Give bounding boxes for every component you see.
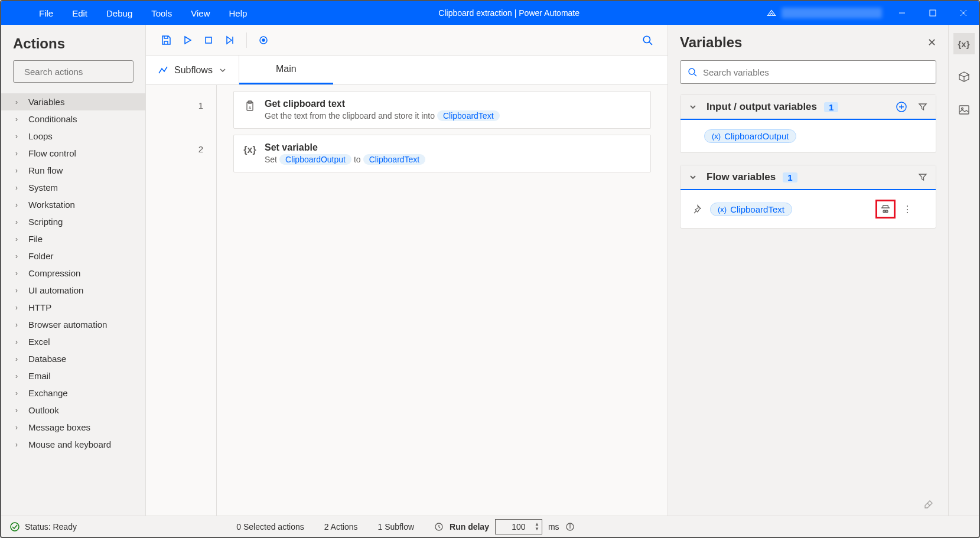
- actions-category-list[interactable]: ›Variables ›Conditionals ›Loops ›Flow co…: [1, 91, 145, 516]
- category-database[interactable]: ›Database: [1, 350, 145, 367]
- chevron-right-icon: ›: [15, 406, 24, 415]
- variables-panel: Variables ✕ Input / output variables 1 (…: [668, 25, 948, 516]
- category-ui-automation[interactable]: ›UI automation: [1, 282, 145, 299]
- category-outlook[interactable]: ›Outlook: [1, 402, 145, 419]
- svg-text:A: A: [249, 106, 252, 110]
- category-excel[interactable]: ›Excel: [1, 333, 145, 350]
- stop-button[interactable]: [198, 30, 219, 51]
- eraser-icon[interactable]: [923, 499, 934, 510]
- menu-file[interactable]: File: [30, 8, 63, 18]
- chevron-right-icon: ›: [15, 389, 24, 397]
- title-bar: File Edit Debug Tools View Help Clipboar…: [1, 1, 979, 25]
- svg-rect-19: [959, 106, 969, 114]
- more-options-button[interactable]: ⋮: [903, 204, 912, 215]
- chevron-right-icon: ›: [15, 184, 24, 192]
- category-email[interactable]: ›Email: [1, 367, 145, 384]
- actions-header: Actions: [1, 25, 145, 60]
- variables-search[interactable]: [680, 60, 936, 84]
- account-icon[interactable]: [761, 1, 782, 25]
- chevron-right-icon: ›: [15, 149, 24, 158]
- menu-debug[interactable]: Debug: [97, 8, 142, 18]
- section-title: Input / output variables: [706, 101, 817, 113]
- status-bar: Status: Ready 0 Selected actions 2 Actio…: [1, 516, 979, 537]
- svg-line-10: [649, 42, 652, 45]
- category-file[interactable]: ›File: [1, 230, 145, 247]
- save-button[interactable]: [155, 30, 177, 51]
- chevron-right-icon: ›: [15, 372, 24, 380]
- chevron-down-icon[interactable]: [689, 173, 697, 181]
- subflows-dropdown[interactable]: Subflows: [146, 56, 239, 84]
- record-button[interactable]: [253, 30, 274, 51]
- variable-icon: (x): [718, 205, 727, 214]
- actions-count: 2 Actions: [324, 522, 358, 532]
- category-compression[interactable]: ›Compression: [1, 265, 145, 282]
- menu-tools[interactable]: Tools: [142, 8, 181, 18]
- category-http[interactable]: ›HTTP: [1, 299, 145, 316]
- subflow-bar: Subflows Main: [146, 56, 668, 85]
- variable-chip-clipboardoutput[interactable]: (x)ClipboardOutput: [704, 129, 796, 143]
- category-conditionals[interactable]: ›Conditionals: [1, 110, 145, 128]
- svg-line-15: [694, 74, 696, 76]
- close-button[interactable]: [948, 1, 979, 25]
- category-folder[interactable]: ›Folder: [1, 247, 145, 265]
- steps-area[interactable]: A Get clipboard text Get the text from t…: [217, 85, 668, 516]
- menu-help[interactable]: Help: [220, 8, 257, 18]
- flow-editor: Subflows Main 1 2 A Get clipboard text G: [146, 25, 668, 516]
- run-next-button[interactable]: [219, 30, 240, 51]
- chevron-right-icon: ›: [15, 98, 24, 106]
- actions-search[interactable]: [13, 60, 134, 83]
- category-workstation[interactable]: ›Workstation: [1, 196, 145, 213]
- run-delay-input[interactable]: 100 ▲ ▼: [495, 519, 542, 534]
- variable-chip-clipboardtext[interactable]: (x)ClipboardText: [710, 203, 792, 216]
- step-number: 2: [198, 144, 203, 154]
- filter-icon[interactable]: [918, 102, 927, 112]
- tab-main[interactable]: Main: [239, 56, 333, 84]
- chevron-right-icon: ›: [15, 201, 24, 209]
- svg-point-9: [643, 36, 650, 43]
- svg-point-20: [961, 108, 963, 110]
- menu-view[interactable]: View: [181, 8, 219, 18]
- sensitive-toggle-highlighted[interactable]: [875, 200, 896, 219]
- step-get-clipboard-text[interactable]: A Get clipboard text Get the text from t…: [233, 91, 651, 129]
- add-variable-button[interactable]: [896, 101, 907, 113]
- category-loops[interactable]: ›Loops: [1, 128, 145, 145]
- step-gutter: 1 2: [146, 85, 217, 516]
- chevron-down-icon[interactable]: [689, 103, 697, 111]
- rail-images-button[interactable]: [953, 99, 975, 120]
- status-text: Status: Ready: [25, 522, 77, 532]
- category-mouse-keyboard[interactable]: ›Mouse and keyboard: [1, 436, 145, 453]
- rail-ui-elements-button[interactable]: [953, 66, 975, 87]
- info-icon[interactable]: [565, 522, 575, 532]
- search-flow-button[interactable]: [637, 30, 658, 51]
- pin-icon[interactable]: [690, 204, 704, 214]
- status-ok-icon: [9, 521, 20, 532]
- category-message-boxes[interactable]: ›Message boxes: [1, 419, 145, 436]
- run-button[interactable]: [177, 30, 198, 51]
- minimize-button[interactable]: [887, 1, 917, 25]
- category-exchange[interactable]: ›Exchange: [1, 384, 145, 402]
- menu-bar: File Edit Debug Tools View Help: [1, 8, 256, 18]
- spinner-down-icon[interactable]: ▼: [535, 527, 539, 532]
- chevron-right-icon: ›: [15, 252, 24, 260]
- category-run-flow[interactable]: ›Run flow: [1, 162, 145, 179]
- right-rail: {x}: [948, 25, 979, 516]
- close-panel-button[interactable]: ✕: [927, 36, 936, 49]
- chevron-right-icon: ›: [15, 355, 24, 363]
- variable-icon: {x}: [243, 144, 256, 156]
- category-system[interactable]: ›System: [1, 179, 145, 196]
- filter-icon[interactable]: [918, 172, 927, 182]
- category-variables[interactable]: ›Variables: [1, 93, 145, 110]
- rail-variables-button[interactable]: {x}: [953, 33, 975, 54]
- step-number: 1: [198, 100, 203, 110]
- category-scripting[interactable]: ›Scripting: [1, 213, 145, 230]
- category-flow-control[interactable]: ›Flow control: [1, 145, 145, 162]
- maximize-button[interactable]: [917, 1, 948, 25]
- step-set-variable[interactable]: {x} Set variable Set ClipboardOutput to …: [233, 135, 651, 172]
- io-variables-section: Input / output variables 1 (x)ClipboardO…: [680, 94, 936, 153]
- chevron-right-icon: ›: [15, 132, 24, 141]
- toolbar-separator: [246, 32, 247, 48]
- menu-edit[interactable]: Edit: [63, 8, 97, 18]
- variables-search-input[interactable]: [703, 67, 929, 77]
- category-browser-automation[interactable]: ›Browser automation: [1, 316, 145, 333]
- actions-search-input[interactable]: [24, 67, 136, 77]
